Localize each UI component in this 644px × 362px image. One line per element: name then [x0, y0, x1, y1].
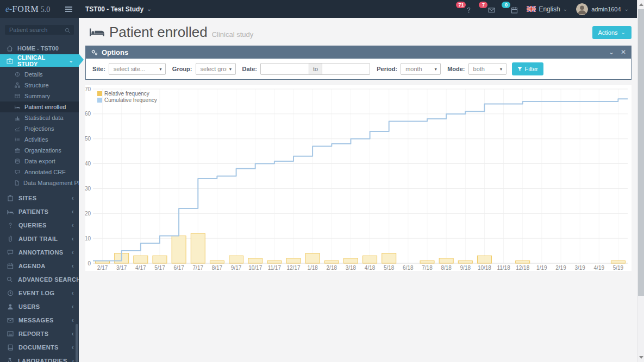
svg-text:4/19: 4/19 — [594, 265, 605, 271]
svg-text:5/17: 5/17 — [154, 265, 165, 271]
sidebar-item-annotations[interactable]: ANNOTATIONS‹ — [0, 245, 79, 259]
select-arrow-icon: ▼ — [159, 67, 162, 71]
language-selector[interactable]: English ⌄ — [527, 5, 567, 13]
sidebar-subitem-organizations[interactable]: Organizations — [0, 145, 79, 156]
sidebar-subitem-data-management-plan[interactable]: Data Management Plan — [0, 177, 79, 188]
notification-badge: 7 — [479, 2, 487, 8]
actions-button[interactable]: Actions ⌄ — [592, 26, 632, 39]
svg-text:20: 20 — [85, 211, 91, 217]
envelope-icon — [488, 6, 495, 16]
sidebar-item-sites[interactable]: SITES‹ — [0, 191, 79, 205]
select-arrow-icon: ▼ — [499, 67, 503, 71]
site-select[interactable]: select site... ▼ — [109, 63, 166, 75]
nav-item-label: ADVANCED SEARCH — [18, 276, 79, 283]
close-panel-icon[interactable]: ✕ — [621, 49, 626, 55]
bed-icon — [14, 104, 21, 110]
user-icon — [7, 303, 14, 310]
svg-text:50: 50 — [85, 136, 91, 142]
scroll-up-icon[interactable] — [639, 3, 643, 6]
svg-text:7/17: 7/17 — [193, 265, 204, 271]
nav-item-label: ANNOTATIONS — [18, 249, 63, 256]
filter-label: Filter — [525, 66, 538, 72]
sidebar-subitem-summary[interactable]: Summary — [0, 91, 79, 101]
svg-text:3/17: 3/17 — [116, 265, 127, 271]
report-icon — [7, 331, 14, 337]
options-panel: Options ⌄ ✕ Site: select site... ▼ Group… — [85, 46, 632, 80]
sidebar-subitem-annotated-crf[interactable]: Annotated CRF — [0, 167, 79, 177]
sidebar-item-laboratories[interactable]: LABORATORIES‹ — [0, 354, 79, 362]
language-label: English — [539, 5, 560, 13]
svg-text:4/18: 4/18 — [365, 265, 376, 271]
sidebar-item-documents[interactable]: DOCUMENTS‹ — [0, 340, 79, 354]
sidebar-item-patients[interactable]: PATIENTS‹ — [0, 205, 79, 218]
svg-text:60: 60 — [85, 111, 91, 117]
nav-item-label: PATIENTS — [18, 208, 48, 215]
group-select[interactable]: select group... ▼ — [196, 63, 236, 75]
notification-question[interactable]: 71 — [457, 3, 472, 16]
logo-area: e-FORM5.0 — [0, 0, 79, 18]
user-menu[interactable]: admin1604 ⌄ — [576, 3, 629, 15]
hamburger-menu-icon[interactable] — [65, 7, 72, 12]
date-to-input[interactable] — [322, 63, 370, 75]
scroll-down-icon[interactable] — [639, 356, 643, 359]
sidebar-subitem-projections[interactable]: Projections — [0, 123, 79, 134]
sidebar-subitem-data-export[interactable]: Data export — [0, 156, 79, 167]
page-scrollbar[interactable] — [637, 0, 644, 362]
subitem-label: Activities — [24, 136, 48, 143]
group-select-value: select group... — [201, 66, 227, 72]
sidebar-subitem-details[interactable]: Details — [0, 69, 79, 80]
sidebar-item-agenda[interactable]: AGENDA‹ — [0, 259, 79, 272]
svg-text:11/17: 11/17 — [268, 265, 282, 271]
notification-badge: 71 — [456, 2, 466, 8]
sidebar-item-queries[interactable]: QUERIES‹ — [0, 218, 79, 232]
barchart-icon — [14, 115, 21, 120]
sidebar-item-users[interactable]: USERS‹ — [0, 300, 79, 313]
chevron-left-icon: ‹ — [72, 195, 74, 201]
patient-search-input[interactable] — [5, 25, 74, 35]
question-icon — [7, 222, 14, 228]
chevron-left-icon: ‹ — [72, 222, 74, 228]
study-selector[interactable]: TST00 - Test Study ⌄ — [85, 5, 152, 13]
date-from-input[interactable] — [260, 63, 309, 75]
sidebar-item-reports[interactable]: REPORTS‹ — [0, 327, 79, 340]
sidebar-subitem-activities[interactable]: Activities — [0, 134, 79, 145]
comment-icon — [14, 169, 21, 175]
notification-envelope[interactable]: 7 — [480, 3, 495, 16]
clinical-study-label: CLINICAL STUDY — [17, 54, 65, 67]
subitem-label: Data Management Plan — [23, 180, 79, 186]
chevron-down-icon: ⌄ — [69, 58, 73, 63]
sidebar-nav: SITES‹PATIENTS‹QUERIES‹AUDIT TRAIL‹ANNOT… — [0, 191, 79, 362]
period-select[interactable]: month ▼ — [401, 63, 441, 75]
sidebar-subitem-statistical-data[interactable]: Statistical data — [0, 112, 79, 123]
bed-icon — [7, 208, 14, 215]
svg-text:Relative frequency: Relative frequency — [104, 91, 149, 97]
filter-button[interactable]: Filter — [512, 62, 543, 75]
flask-icon — [7, 358, 13, 362]
history-icon — [7, 290, 14, 296]
svg-text:7/18: 7/18 — [422, 265, 433, 271]
svg-text:0: 0 — [87, 261, 91, 266]
notification-calendar[interactable]: 0 — [503, 3, 518, 16]
topbar-right: 7170 English ⌄ admin1604 ⌄ — [457, 3, 644, 16]
page-title: Patient enrolled — [109, 24, 208, 41]
sidebar-subitem-patient-enrolled[interactable]: Patient enrolled — [0, 101, 79, 112]
sidebar-item-event-log[interactable]: EVENT LOG‹ — [0, 286, 79, 300]
study-selector-label: TST00 - Test Study — [85, 5, 143, 13]
subitem-label: Projections — [24, 125, 54, 132]
search-icon[interactable] — [65, 26, 71, 36]
mode-select[interactable]: both ▼ — [468, 63, 507, 75]
svg-text:1/19: 1/19 — [536, 265, 547, 271]
sidebar-item-messages[interactable]: MESSAGES‹ — [0, 313, 79, 327]
options-filters: Site: select site... ▼ Group: select gro… — [85, 59, 632, 80]
sidebar-scrollbar-thumb[interactable] — [76, 324, 78, 362]
svg-text:10/17: 10/17 — [248, 265, 262, 271]
collapse-panel-icon[interactable]: ⌄ — [609, 49, 614, 55]
sidebar-item-home[interactable]: HOME - TST00 — [0, 42, 79, 54]
sidebar-item-clinical-study[interactable]: CLINICAL STUDY ⌄ — [0, 54, 79, 67]
patient-search — [5, 24, 74, 35]
page-scrollbar-thumb[interactable] — [638, 9, 644, 296]
sidebar-item-audit-trail[interactable]: AUDIT TRAIL‹ — [0, 232, 79, 245]
sidebar-subitem-structure[interactable]: Structure — [0, 80, 79, 91]
comment-icon — [7, 249, 14, 256]
sidebar-item-advanced-search[interactable]: ADVANCED SEARCH‹ — [0, 272, 79, 286]
